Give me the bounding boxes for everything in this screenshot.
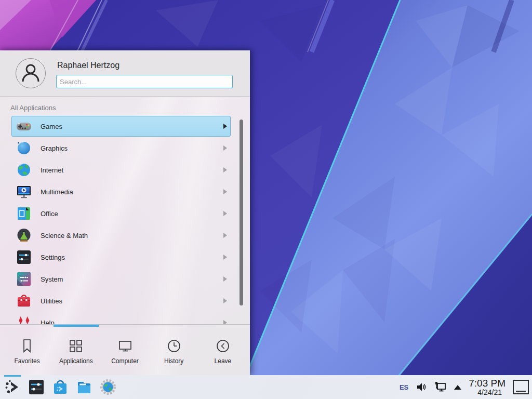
network-icon[interactable] [434,381,447,393]
system-settings-icon [28,379,45,395]
dolphin-folder-icon [76,379,92,395]
tab-applications[interactable]: Applications [51,325,100,375]
clock-date: 4/24/21 [474,389,506,396]
submenu-arrow-icon [223,255,227,260]
expand-tray-caret-icon[interactable] [454,385,461,390]
category-utilities[interactable]: Utilities [0,290,250,312]
history-clock-icon [166,338,182,354]
application-launcher-button[interactable] [4,375,21,399]
digital-clock[interactable]: 7:03 PM 4/24/21 [469,378,506,396]
graphics-icon [16,140,32,156]
show-desktop-button[interactable] [513,380,529,394]
submenu-arrow-icon [223,211,227,216]
category-games[interactable]: Games [0,115,250,137]
system-tray: ES [400,378,529,396]
submenu-arrow-icon [223,298,227,303]
active-tab-indicator [54,325,99,327]
clock-time: 7:03 PM [469,378,506,389]
category-office[interactable]: Office [0,203,250,224]
submenu-arrow-icon [223,167,227,172]
category-list: Games Graphics [0,115,250,324]
category-help[interactable]: Help [0,312,250,324]
web-browser-button[interactable] [99,375,117,399]
category-system[interactable]: System [0,268,250,290]
internet-icon [16,162,32,178]
favorites-bookmark-icon [19,338,35,354]
tab-history[interactable]: History [150,325,198,375]
tab-leave[interactable]: Leave [198,325,247,375]
kickoff-icon [4,379,21,395]
category-multimedia[interactable]: Multimedia [0,181,250,203]
category-settings[interactable]: Settings [0,246,250,268]
user-name: Raphael Hertzog [57,61,119,70]
submenu-arrow-icon [223,124,227,129]
submenu-arrow-icon [223,233,227,238]
desktop: Raphael Hertzog All Applications [0,0,532,399]
taskbar-launchers [4,375,117,399]
submenu-arrow-icon [223,189,227,194]
multimedia-icon [16,183,32,200]
computer-monitor-icon [117,338,133,354]
section-label: All Applications [10,104,56,112]
tab-favorites[interactable]: Favorites [3,325,51,375]
submenu-arrow-icon [223,320,227,324]
user-icon [16,59,45,88]
volume-icon[interactable] [416,381,427,393]
office-icon [16,205,32,222]
scrollbar[interactable] [240,119,243,305]
konqueror-globe-icon [100,379,116,395]
user-avatar[interactable] [16,58,46,88]
search-input[interactable] [56,75,233,88]
science-icon [16,227,32,244]
games-icon [16,118,32,135]
launcher-tabbar: Favorites Applications Computer [0,324,250,375]
category-internet[interactable]: Internet [0,159,250,181]
utilities-icon [16,292,32,309]
submenu-arrow-icon [223,276,227,282]
settings-icon [16,249,32,265]
help-icon [16,314,32,324]
taskbar: ES [0,375,532,399]
file-manager-button[interactable] [75,375,93,399]
system-settings-button[interactable] [28,375,45,399]
application-launcher-menu: Raphael Hertzog All Applications [0,50,250,375]
discover-button[interactable] [51,375,69,399]
discover-icon [52,379,69,395]
system-icon [16,271,32,287]
category-science-math[interactable]: Science & Math [0,224,250,246]
submenu-arrow-icon [223,145,227,151]
applications-grid-icon [68,338,84,354]
keyboard-layout-indicator[interactable]: ES [400,383,408,391]
leave-back-icon [215,338,231,354]
tab-computer[interactable]: Computer [100,325,149,375]
category-graphics[interactable]: Graphics [0,137,250,159]
launcher-header: Raphael Hertzog [0,50,250,97]
